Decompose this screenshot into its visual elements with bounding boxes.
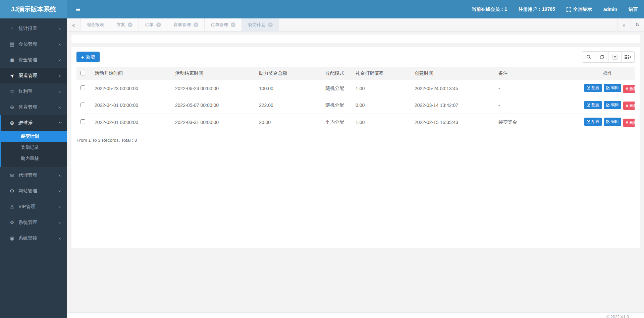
close-icon[interactable]: ✕ bbox=[156, 22, 161, 27]
row-checkbox[interactable] bbox=[80, 103, 85, 107]
chevron-left-icon: ‹ bbox=[59, 172, 61, 178]
language-menu[interactable]: 语言 bbox=[629, 6, 638, 12]
config-button[interactable]: 配置 bbox=[584, 84, 602, 92]
edit-button[interactable]: 编辑 bbox=[604, 118, 621, 126]
fission-plan-panel: + 新增 bbox=[71, 47, 640, 248]
edit-square-icon bbox=[587, 86, 590, 90]
main-content: + 新增 bbox=[67, 31, 644, 318]
plus-icon: + bbox=[81, 55, 84, 60]
row-checkbox[interactable] bbox=[80, 85, 85, 90]
sidebar-subitem-reward-records[interactable]: 奖励记录 bbox=[1, 142, 67, 153]
delete-button[interactable]: ✖ 删除 bbox=[623, 102, 635, 110]
tab-comprehensive-report[interactable]: 综合报表 bbox=[80, 18, 110, 31]
tabs-scroll-left-button[interactable]: « bbox=[67, 18, 80, 31]
column-header-total-bonus: 助力奖金总额 bbox=[256, 67, 323, 80]
fullscreen-button[interactable]: 全屏显示 bbox=[567, 6, 592, 12]
app-logo[interactable]: JJ演示版本系统 bbox=[0, 0, 67, 18]
detail-view-icon bbox=[612, 55, 618, 60]
search-icon bbox=[586, 55, 591, 60]
columns-grid-icon bbox=[625, 55, 629, 59]
soccer-ball-icon: ⊛ bbox=[9, 104, 15, 110]
address-book-icon: ▤ bbox=[9, 41, 15, 47]
sidebar-subitem-fission-plan[interactable]: 裂变计划 bbox=[1, 131, 67, 142]
video-camera-icon: ◉ bbox=[9, 235, 15, 241]
chevron-left-icon: ‹ bbox=[59, 41, 61, 47]
select-all-checkbox[interactable] bbox=[80, 71, 85, 75]
sidebar-item-system-settings[interactable]: ⚙ 系统管理 ‹ bbox=[0, 214, 67, 230]
chevron-left-icon: ‹ bbox=[59, 188, 61, 194]
soccer-ball-icon: ⊛ bbox=[9, 120, 15, 126]
add-button[interactable]: + 新增 bbox=[76, 52, 100, 62]
chevron-left-icon: ‹ bbox=[59, 57, 61, 63]
table-row: 2022-04-01 00:00:00 2022-05-07 00:00:00 … bbox=[76, 97, 635, 114]
columns-button[interactable]: ▾ bbox=[621, 51, 635, 63]
sidebar-item-goal-fun[interactable]: ⊛ 进球乐 ‹ bbox=[1, 115, 67, 131]
column-header-wager-multiplier: 礼金打码倍率 bbox=[353, 67, 412, 80]
tab-event-management[interactable]: 赛事管理 ✕ bbox=[167, 18, 205, 31]
gear-icon: ⚙ bbox=[9, 219, 15, 226]
user-menu[interactable]: admin bbox=[603, 7, 617, 12]
header-bar: ≡ 当前在线会员：1 注册用户：10785 全屏显示 admin 语言 bbox=[67, 0, 644, 18]
sidebar-item-funds[interactable]: ≣ 资金管理 ‹ bbox=[0, 52, 67, 68]
row-checkbox[interactable] bbox=[80, 119, 85, 124]
chevron-left-icon: ‹ bbox=[59, 88, 61, 94]
footer: © 2022 V1.0 bbox=[67, 312, 644, 318]
pagination-summary: From 1 To 3 Records, Total : 3 bbox=[76, 138, 635, 143]
chevron-left-icon: ‹ bbox=[59, 104, 61, 110]
tabs: 综合报表 方案 ✕ 订单 ✕ 赛事管理 ✕ 订单管理 ✕ 裂变计划 ✕ bbox=[80, 18, 279, 31]
edit-button[interactable]: 编辑 bbox=[604, 84, 621, 92]
rocket-icon: ➤ bbox=[9, 73, 15, 79]
search-button[interactable] bbox=[582, 51, 595, 63]
refresh-button[interactable] bbox=[595, 51, 608, 63]
sidebar-item-system-monitor[interactable]: ◉ 系统监控 ‹ bbox=[0, 230, 67, 246]
config-button[interactable]: 配置 bbox=[584, 118, 602, 126]
sidebar-item-sports[interactable]: ⊛ 体育管理 ‹ bbox=[0, 99, 67, 115]
column-header-start-time: 活动开始时间 bbox=[92, 67, 172, 80]
detail-view-button[interactable] bbox=[608, 51, 622, 63]
sidebar-item-members[interactable]: ▤ 会员管理 ‹ bbox=[0, 36, 67, 52]
tab-fission-plan[interactable]: 裂变计划 ✕ bbox=[242, 18, 279, 31]
close-icon[interactable]: ✕ bbox=[194, 22, 198, 27]
edit-button[interactable]: 编辑 bbox=[604, 101, 621, 109]
panel-toolbar: + 新增 bbox=[76, 51, 635, 63]
column-header-created-time: 创建时间 bbox=[412, 67, 496, 80]
fission-plan-table: 活动开始时间 活动结束时间 助力奖金总额 分配模式 礼金打码倍率 创建时间 备注… bbox=[76, 67, 635, 131]
tab-bar: « 综合报表 方案 ✕ 订单 ✕ 赛事管理 ✕ 订单管理 ✕ 裂变计划 ✕ » … bbox=[67, 18, 644, 31]
sidebar-toggle-icon[interactable]: ≡ bbox=[76, 5, 80, 13]
tab-plan[interactable]: 方案 ✕ bbox=[110, 18, 139, 31]
delete-button[interactable]: ✖ 删除 bbox=[623, 85, 635, 93]
chevron-left-icon: ‹ bbox=[59, 204, 61, 209]
chevron-down-icon: ‹ bbox=[57, 122, 63, 124]
database-icon: ≣ bbox=[9, 88, 15, 94]
sidebar-group-goal-fun: ⊛ 进球乐 ‹ 裂变计划 奖励记录 助力审核 bbox=[0, 115, 67, 167]
sidebar-item-vip[interactable]: ♙ VIP管理 ‹ bbox=[0, 199, 67, 214]
gears-icon: ⚙ bbox=[9, 188, 15, 194]
sidebar-item-website[interactable]: ⚙ 网站管理 ‹ bbox=[0, 183, 67, 199]
tab-orders[interactable]: 订单 ✕ bbox=[139, 18, 167, 31]
sidebar-item-agents[interactable]: ✉ 代理管理 ‹ bbox=[0, 167, 67, 183]
top-header: JJ演示版本系统 ≡ 当前在线会员：1 注册用户：10785 全屏显示 admi… bbox=[0, 0, 644, 18]
close-icon[interactable]: ✕ bbox=[231, 22, 235, 27]
column-header-end-time: 活动结束时间 bbox=[172, 67, 256, 80]
online-members-count: 当前在线会员：1 bbox=[472, 6, 507, 12]
close-icon[interactable]: ✕ bbox=[128, 22, 132, 27]
sidebar-item-bonus[interactable]: ≣ 红利宝 ‹ bbox=[0, 83, 67, 99]
column-header-actions: 操作 bbox=[581, 67, 635, 80]
chevron-left-icon: ‹ bbox=[59, 235, 61, 241]
edit-square-icon bbox=[606, 103, 610, 107]
tabs-scroll-right-button[interactable]: » bbox=[617, 18, 631, 31]
column-header-remark: 备注 bbox=[496, 67, 581, 80]
x-icon: ✖ bbox=[626, 121, 628, 124]
delete-button[interactable]: ✖ 删除 bbox=[623, 119, 635, 127]
sidebar-subitem-assist-review[interactable]: 助力审核 bbox=[1, 153, 67, 164]
close-icon[interactable]: ✕ bbox=[268, 22, 273, 27]
tabs-refresh-button[interactable]: ↻ bbox=[631, 18, 644, 31]
sidebar-item-channels[interactable]: ➤ 渠道管理 ‹ bbox=[0, 68, 67, 83]
sidebar: ⌂ 统计报表 ‹ ▤ 会员管理 ‹ ≣ 资金管理 ‹ ➤ 渠道管理 ‹ ≣ 红利… bbox=[0, 18, 67, 318]
table-header-row: 活动开始时间 活动结束时间 助力奖金总额 分配模式 礼金打码倍率 创建时间 备注… bbox=[76, 67, 635, 80]
config-button[interactable]: 配置 bbox=[584, 101, 602, 109]
table-tools: ▾ bbox=[582, 51, 635, 63]
database-icon: ≣ bbox=[9, 57, 15, 63]
sidebar-item-statistics[interactable]: ⌂ 统计报表 ‹ bbox=[0, 20, 67, 36]
tab-order-management[interactable]: 订单管理 ✕ bbox=[205, 18, 242, 31]
